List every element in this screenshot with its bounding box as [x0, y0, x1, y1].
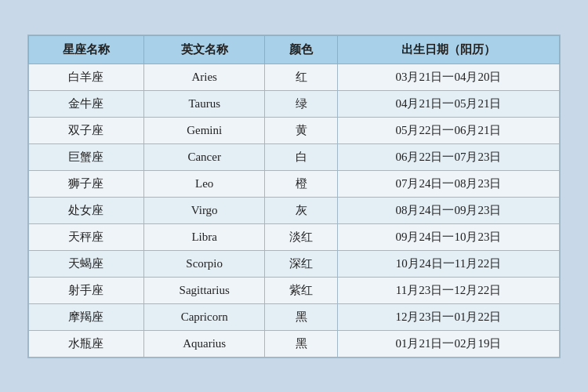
table-row: 射手座Sagittarius紫红11月23日一12月22日	[29, 277, 560, 303]
cell-chinese-name: 处女座	[29, 197, 144, 223]
cell-chinese-name: 狮子座	[29, 170, 144, 197]
cell-english-name: Capricorn	[143, 303, 265, 330]
zodiac-table-container: 星座名称 英文名称 颜色 出生日期（阳历） 白羊座Aries红03月21日一04…	[27, 34, 561, 358]
cell-chinese-name: 白羊座	[29, 64, 144, 90]
cell-dates: 12月23日一01月22日	[337, 303, 559, 330]
cell-dates: 11月23日一12月22日	[337, 277, 559, 303]
header-dates: 出生日期（阳历）	[337, 35, 559, 64]
cell-english-name: Leo	[143, 170, 265, 197]
table-row: 双子座Gemini黄05月22日一06月21日	[29, 117, 560, 143]
cell-dates: 01月21日一02月19日	[337, 330, 559, 357]
zodiac-table: 星座名称 英文名称 颜色 出生日期（阳历） 白羊座Aries红03月21日一04…	[28, 35, 560, 358]
table-row: 摩羯座Capricorn黑12月23日一01月22日	[29, 303, 560, 330]
cell-color: 黑	[265, 330, 338, 357]
cell-color: 红	[265, 64, 338, 90]
cell-english-name: Sagittarius	[143, 277, 265, 303]
table-row: 金牛座Taurus绿04月21日一05月21日	[29, 90, 560, 117]
table-body: 白羊座Aries红03月21日一04月20日金牛座Taurus绿04月21日一0…	[29, 64, 560, 357]
cell-dates: 10月24日一11月22日	[337, 250, 559, 277]
table-row: 白羊座Aries红03月21日一04月20日	[29, 64, 560, 90]
cell-color: 深红	[265, 250, 338, 277]
cell-dates: 05月22日一06月21日	[337, 117, 559, 143]
cell-chinese-name: 金牛座	[29, 90, 144, 117]
cell-chinese-name: 天秤座	[29, 223, 144, 250]
cell-english-name: Gemini	[143, 117, 265, 143]
cell-english-name: Libra	[143, 223, 265, 250]
cell-color: 白	[265, 143, 338, 170]
cell-color: 灰	[265, 197, 338, 223]
cell-chinese-name: 巨蟹座	[29, 143, 144, 170]
cell-chinese-name: 射手座	[29, 277, 144, 303]
header-color: 颜色	[265, 35, 338, 64]
table-header-row: 星座名称 英文名称 颜色 出生日期（阳历）	[29, 35, 560, 64]
header-chinese-name: 星座名称	[29, 35, 144, 64]
cell-dates: 04月21日一05月21日	[337, 90, 559, 117]
table-row: 处女座Virgo灰08月24日一09月23日	[29, 197, 560, 223]
cell-english-name: Scorpio	[143, 250, 265, 277]
cell-color: 黑	[265, 303, 338, 330]
cell-english-name: Virgo	[143, 197, 265, 223]
cell-color: 绿	[265, 90, 338, 117]
table-row: 巨蟹座Cancer白06月22日一07月23日	[29, 143, 560, 170]
cell-color: 紫红	[265, 277, 338, 303]
cell-dates: 07月24日一08月23日	[337, 170, 559, 197]
cell-english-name: Aries	[143, 64, 265, 90]
cell-dates: 03月21日一04月20日	[337, 64, 559, 90]
cell-english-name: Taurus	[143, 90, 265, 117]
cell-english-name: Cancer	[143, 143, 265, 170]
cell-color: 黄	[265, 117, 338, 143]
cell-english-name: Aquarius	[143, 330, 265, 357]
cell-dates: 06月22日一07月23日	[337, 143, 559, 170]
table-row: 狮子座Leo橙07月24日一08月23日	[29, 170, 560, 197]
cell-color: 淡红	[265, 223, 338, 250]
cell-dates: 08月24日一09月23日	[337, 197, 559, 223]
table-row: 天蝎座Scorpio深红10月24日一11月22日	[29, 250, 560, 277]
cell-chinese-name: 双子座	[29, 117, 144, 143]
cell-chinese-name: 天蝎座	[29, 250, 144, 277]
table-row: 天秤座Libra淡红09月24日一10月23日	[29, 223, 560, 250]
cell-chinese-name: 摩羯座	[29, 303, 144, 330]
cell-color: 橙	[265, 170, 338, 197]
table-row: 水瓶座Aquarius黑01月21日一02月19日	[29, 330, 560, 357]
cell-chinese-name: 水瓶座	[29, 330, 144, 357]
header-english-name: 英文名称	[143, 35, 265, 64]
cell-dates: 09月24日一10月23日	[337, 223, 559, 250]
